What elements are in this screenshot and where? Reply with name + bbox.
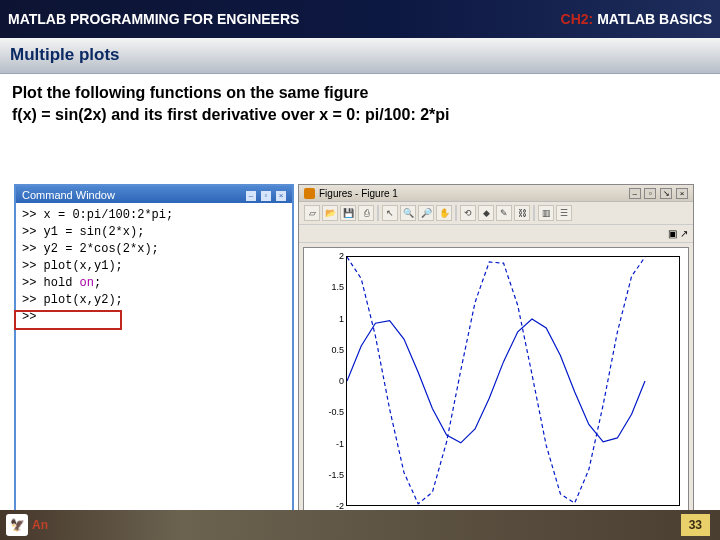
arrow-icon[interactable]: ↖ [382,205,398,221]
figure-toolbar: ▱📂💾⎙↖🔍🔎✋⟲◆✎⛓▥☰ [299,202,693,225]
cmdwin-title: Command Window [22,189,115,201]
dock-icon[interactable]: ↗ [680,228,688,239]
legend-icon[interactable]: ☰ [556,205,572,221]
page-number: 33 [681,514,710,536]
minimize-icon[interactable]: – [629,188,641,199]
zoom-in-icon[interactable]: 🔍 [400,205,416,221]
figure-window: Figures - Figure 1 – ▫ ↘ × ▱📂💾⎙↖🔍🔎✋⟲◆✎⛓▥… [298,184,694,534]
pan-icon[interactable]: ✋ [436,205,452,221]
plot-axes[interactable] [346,256,680,506]
cmdwin-titlebar: Command Window – ▫ × [16,186,292,203]
cmdwin-code[interactable]: >> x = 0:pi/100:2*pi;>> y1 = sin(2*x);>>… [16,203,292,330]
footer-text: An [32,518,48,532]
cmdwin-body: >> x = 0:pi/100:2*pi;>> y1 = sin(2*x);>>… [16,203,292,330]
plot-panel: -2-1.5-1-0.500.511.52 01234567 [303,247,689,529]
command-window: Command Window – ▫ × >> x = 0:pi/100:2*p… [14,184,294,534]
minimize-icon[interactable]: – [246,191,256,201]
slide-text: Plot the following functions on the same… [0,74,720,124]
close-icon[interactable]: × [676,188,688,199]
maximize-tile-icon[interactable]: ▣ [668,228,677,239]
text-line-1: Plot the following functions on the same… [12,84,708,102]
screenshot-row: Command Window – ▫ × >> x = 0:pi/100:2*p… [14,184,694,534]
maximize-icon[interactable]: ▫ [261,191,271,201]
figure-toolbar-right: ▣↗ [299,225,693,243]
print-icon[interactable]: ⎙ [358,205,374,221]
rotate-icon[interactable]: ⟲ [460,205,476,221]
dock-icon[interactable]: ↘ [660,188,672,199]
maximize-icon[interactable]: ▫ [644,188,656,199]
figwin-title-group: Figures - Figure 1 [304,188,398,199]
figwin-titlebar: Figures - Figure 1 – ▫ ↘ × [299,185,693,202]
header-right: CH2: MATLAB BASICS [561,11,712,27]
plot-lines [347,257,679,505]
figwin-window-buttons: – ▫ ↘ × [628,187,688,199]
new-icon[interactable]: ▱ [304,205,320,221]
colorbar-icon[interactable]: ▥ [538,205,554,221]
matlab-icon [304,188,315,199]
link-icon[interactable]: ⛓ [514,205,530,221]
footer-logo-icon: 🦅 [6,514,28,536]
header-left: MATLAB PROGRAMMING FOR ENGINEERS [8,11,299,27]
slide-footer: 🦅 An 33 [0,510,720,540]
open-icon[interactable]: 📂 [322,205,338,221]
figwin-title: Figures - Figure 1 [319,188,398,199]
close-icon[interactable]: × [276,191,286,201]
slide-header: MATLAB PROGRAMMING FOR ENGINEERS CH2: MA… [0,0,720,38]
cmdwin-window-buttons: – ▫ × [244,188,286,201]
zoom-out-icon[interactable]: 🔎 [418,205,434,221]
brush-icon[interactable]: ✎ [496,205,512,221]
slide-title: Multiple plots [0,38,720,74]
save-icon[interactable]: 💾 [340,205,356,221]
data-icon[interactable]: ◆ [478,205,494,221]
text-line-2: f(x) = sin(2x) and its first derivative … [12,106,708,124]
